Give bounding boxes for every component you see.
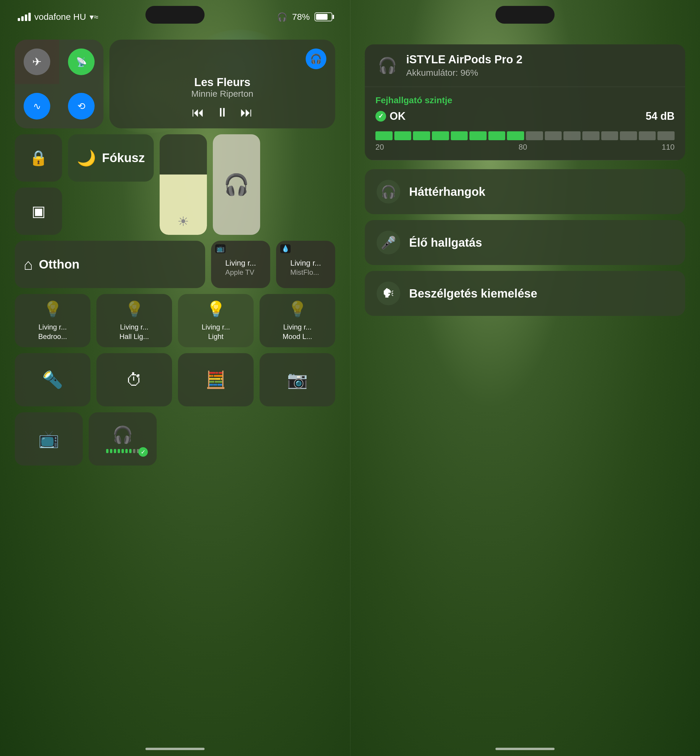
conversation-boost-label: Beszélgetés kiemelése [409, 287, 538, 300]
light-bedroom-text: Living r...Bedroo... [38, 322, 67, 341]
screen-mirror-icon: ▣ [32, 203, 45, 220]
light-main-btn[interactable]: 💡 Living r...Light [178, 294, 254, 347]
scale-mid: 80 [519, 142, 527, 152]
scale-min: 20 [375, 142, 384, 152]
panel-divider [350, 0, 351, 756]
carrier-label: vodafone HU [34, 12, 86, 22]
screen-rotation-btn[interactable]: 🔒 [15, 134, 62, 182]
noise-seg-6 [469, 131, 487, 140]
track-title-text: Les Fleurs [118, 76, 327, 89]
apple-tv-scene-btn[interactable]: 📺 Living r... Apple TV [211, 241, 270, 288]
bar3 [25, 14, 27, 21]
now-playing-block[interactable]: 🎧 Les Fleurs Minnie Riperton ⏮ ⏸ ⏭ [109, 40, 335, 128]
airplane-mode-btn[interactable]: ✈ [15, 40, 59, 84]
timer-icon: ⏱ [126, 370, 142, 390]
remote-btn[interactable]: 📺 [15, 412, 83, 466]
conversation-boost-icon: 🗣 [377, 282, 400, 305]
brightness-slider[interactable]: ☀ [159, 134, 207, 235]
noise-bars [375, 128, 675, 140]
scene-name-2: Living r... MistFlo... [290, 258, 321, 277]
bar4 [28, 13, 31, 21]
hearing-dots [106, 449, 139, 453]
moon-icon: 🌙 [77, 149, 96, 167]
airpods-header: 🎧 iSTYLE AirPods Pro 2 Akkumulátor: 96% [365, 44, 685, 87]
second-row-left: 🔒 ▣ [15, 134, 62, 235]
screen-mirror-btn[interactable]: ▣ [15, 188, 62, 235]
dynamic-island-left [145, 6, 205, 23]
home-icon: ⌂ [23, 255, 33, 273]
live-listen-label: Élő hallgatás [409, 236, 482, 249]
noise-label: Fejhallgató szintje [375, 95, 675, 105]
airpods-popup: 🎧 iSTYLE AirPods Pro 2 Akkumulátor: 96% … [365, 44, 685, 160]
noise-seg-15 [639, 131, 656, 140]
top-row: ✈ 📡 ∿ ⟲ 🎧 Les Fleurs Minni [15, 40, 335, 128]
airpods-btn[interactable]: 🎧 [213, 134, 260, 235]
mistflow-scene-btn[interactable]: 💧 Living r... MistFlo... [276, 241, 335, 288]
utilities-row: 🔦 ⏱ 🧮 📷 [15, 353, 335, 406]
home-indicator-left [145, 748, 205, 750]
background-sounds-btn[interactable]: 🎧 Háttérhangok [365, 169, 685, 214]
background-sounds-label: Háttérhangok [409, 185, 485, 199]
airpods-avatar-icon: 🎧 [375, 54, 399, 77]
hearing-btn[interactable]: 🎧 ✓ [89, 412, 157, 466]
battery-icon [314, 13, 332, 21]
airplane-circle: ✈ [23, 49, 50, 75]
status-left: vodafone HU ▾≈ [18, 12, 98, 22]
calculator-icon: 🧮 [205, 370, 226, 390]
remote-icon: 📺 [38, 429, 59, 449]
airpods-name: iSTYLE AirPods Pro 2 [406, 53, 675, 66]
playback-controls[interactable]: ⏮ ⏸ ⏭ [118, 105, 327, 119]
home-label: Otthon [39, 257, 80, 272]
noise-seg-5 [451, 131, 468, 140]
noise-seg-14 [620, 131, 637, 140]
noise-seg-4 [432, 131, 449, 140]
light-main-text: Living r...Light [202, 322, 230, 341]
noise-seg-16 [658, 131, 675, 140]
second-row-right: 🌙 Fókusz ☀ 🎧 [68, 134, 260, 235]
prev-btn[interactable]: ⏮ [192, 105, 204, 119]
pause-btn[interactable]: ⏸ [216, 105, 228, 119]
light-mood-icon: 💡 [288, 300, 307, 318]
airpods-info: iSTYLE AirPods Pro 2 Akkumulátor: 96% [406, 53, 675, 78]
calculator-btn[interactable]: 🧮 [178, 353, 254, 406]
noise-seg-13 [601, 131, 619, 140]
noise-seg-3 [413, 131, 430, 140]
noise-seg-11 [563, 131, 581, 140]
hearing-check: ✓ [138, 447, 148, 457]
next-btn[interactable]: ⏭ [240, 105, 253, 119]
wifi-btn[interactable]: ∿ [15, 84, 59, 128]
conversation-boost-btn[interactable]: 🗣 Beszélgetés kiemelése [365, 271, 685, 316]
screen-rotation-icon: 🔒 [29, 149, 48, 166]
brightness-icon: ☀ [177, 214, 189, 229]
dynamic-island-right [495, 6, 555, 23]
connectivity-block[interactable]: ✈ 📡 ∿ ⟲ [15, 40, 103, 128]
flashlight-btn[interactable]: 🔦 [15, 353, 91, 406]
focus-btn[interactable]: 🌙 Fókusz [68, 134, 154, 182]
lights-row: 💡 Living r...Bedroo... 💡 Living r...Hall… [15, 294, 335, 347]
check-circle-icon: ✓ [375, 111, 386, 122]
bluetooth-btn[interactable]: ⟲ [59, 84, 103, 128]
light-hall-text: Living r...Hall Lig... [119, 322, 149, 341]
camera-icon: 📷 [287, 370, 308, 390]
left-panel: vodafone HU ▾≈ 🎧 78% ✈ 📡 ∿ [0, 0, 350, 756]
light-bedroom-icon: 💡 [43, 300, 62, 318]
home-btn[interactable]: ⌂ Otthon [15, 241, 205, 288]
live-listen-btn[interactable]: 🎤 Élő hallgatás [365, 220, 685, 265]
scene-name-1: Living r... Apple TV [225, 258, 256, 277]
light-mood-btn[interactable]: 💡 Living r...Mood L... [259, 294, 335, 347]
hotspot-btn[interactable]: 📡 [59, 40, 103, 84]
battery-pct: 78% [292, 12, 310, 22]
light-bedroom-btn[interactable]: 💡 Living r...Bedroo... [15, 294, 91, 347]
noise-db: 54 dB [645, 110, 675, 122]
hotspot-circle: 📡 [68, 49, 95, 75]
noise-seg-1 [375, 131, 392, 140]
noise-seg-8 [507, 131, 524, 140]
airpods-icon: 🎧 [223, 172, 249, 197]
bluetooth-circle: ⟲ [68, 93, 95, 119]
signal-bars [18, 13, 31, 21]
light-hall-btn[interactable]: 💡 Living r...Hall Lig... [96, 294, 172, 347]
camera-btn[interactable]: 📷 [259, 353, 335, 406]
hearing-icon: 🎧 [112, 425, 133, 445]
airpods-badge: 🎧 [306, 49, 327, 69]
timer-btn[interactable]: ⏱ [96, 353, 172, 406]
